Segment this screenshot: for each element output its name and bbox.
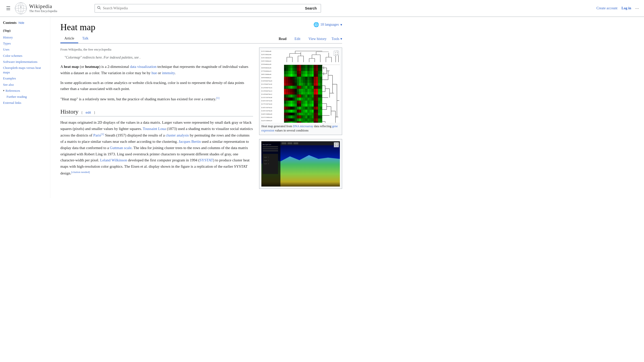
search-form: Search — [95, 4, 321, 13]
section-history-title: History — [60, 108, 78, 115]
wikipedia-subtitle: The Free Encyclopedia — [29, 9, 57, 13]
guttman-scale-link[interactable]: Guttman scale — [110, 146, 132, 150]
para2-pre: In some applications such as crime analy… — [60, 81, 212, 85]
intro-hue-link[interactable]: hue — [151, 71, 157, 75]
tab-talk[interactable]: Talk — [78, 34, 93, 43]
intro-mid2: ) is a 2-dimensional — [99, 65, 130, 69]
toc-hide-button[interactable]: hide — [19, 21, 24, 25]
search-input[interactable] — [103, 6, 298, 10]
intro-intensity-link[interactable]: intensity — [162, 71, 175, 75]
toc-item-choropleth[interactable]: Choropleth maps versus heat maps — [3, 65, 47, 75]
site-header: ☰ W Wikipedia The Free Encyclopedia Sear… — [0, 0, 644, 17]
heatmap-dendrogram-top — [284, 50, 340, 65]
intro-data-viz-link[interactable]: data visualization — [130, 65, 156, 69]
toc-item-references: ▾ References — [3, 88, 47, 94]
toc-title: Contents — [3, 21, 17, 25]
toc-item-further-reading[interactable]: Further reading — [3, 94, 47, 100]
more-options-button[interactable]: ··· — [635, 6, 639, 11]
heatmap-grid-wrap — [284, 65, 340, 123]
tabs-right: Read Edit View history Tools ▾ — [276, 34, 342, 43]
toc-link-examples[interactable]: Examples — [3, 76, 16, 81]
menu-toggle-button[interactable]: ☰ — [5, 4, 12, 12]
toc-item-examples[interactable]: Examples — [3, 75, 47, 81]
tools-dropdown-icon: ▾ — [340, 37, 342, 41]
toc-item-external-links[interactable]: External links — [3, 100, 47, 106]
intro-mid1: (or — [79, 65, 85, 69]
article-tabs: Article Talk Read Edit View history Tool… — [60, 34, 342, 43]
paris-link[interactable]: Paris — [93, 133, 101, 137]
article-right-sidebar: E1T15060s48 E2T15062s46 E3T15064s44 E4T1… — [259, 48, 342, 193]
search-button[interactable]: Search — [301, 4, 321, 13]
figure-2-expand-button[interactable]: ⛶ — [334, 142, 339, 147]
toc-item-see-also[interactable]: See also — [3, 82, 47, 88]
hist-mid2: Sneath (1957) displayed the results of a — [104, 133, 166, 137]
intro-or: or — [157, 71, 162, 75]
figure-1-caption-mid: data reflecting — [313, 124, 332, 128]
article-text: From Wikipedia, the free encyclopedia "C… — [60, 48, 253, 193]
para3-text: "Heat map" is a relatively new term, but… — [60, 97, 216, 101]
toc-collapse-icon[interactable]: ▾ — [3, 89, 5, 92]
leland-wilkinson-link[interactable]: Leland Wilkinson — [100, 158, 127, 162]
toc-item-software[interactable]: Software implementations — [3, 59, 47, 65]
svg-text:Navigation: Navigation — [263, 144, 271, 145]
svg-text:Layer 3: Layer 3 — [264, 163, 269, 164]
dna-microarray-link[interactable]: DNA microarray — [293, 124, 313, 128]
toc-item-types[interactable]: Types — [3, 40, 47, 47]
intro-period: . — [175, 71, 176, 75]
tools-label: Tools — [332, 37, 339, 41]
intro-paragraph-2: In some applications such as crime analy… — [60, 80, 253, 92]
systat-link[interactable]: SYSTAT — [199, 158, 213, 162]
toc-link-see-also[interactable]: See also — [3, 82, 14, 87]
para2-density: density — [212, 81, 223, 85]
ref-1[interactable]: [1] — [216, 96, 219, 99]
login-link[interactable]: Log in — [621, 6, 631, 10]
svg-point-6 — [98, 6, 100, 9]
toc-link-color-schemes[interactable]: Color schemes — [3, 54, 22, 58]
citation-needed[interactable]: [citation needed] — [71, 170, 90, 173]
jacques-bertin-link[interactable]: Jacques Bertin — [179, 140, 201, 144]
svg-rect-73 — [263, 146, 278, 147]
wikipedia-logo-link[interactable]: W Wikipedia The Free Encyclopedia — [15, 2, 57, 15]
create-account-link[interactable]: Create account — [596, 6, 618, 10]
cluster-analysis-link[interactable]: cluster analysis — [166, 133, 189, 137]
intro-pre: A — [60, 65, 64, 69]
content-area: Heat map 🌐 18 languages ▾ Article Talk R… — [50, 17, 352, 198]
language-count: 18 languages — [320, 23, 339, 27]
tab-read[interactable]: Read — [276, 35, 290, 43]
language-selector[interactable]: 🌐 18 languages ▾ — [313, 22, 342, 27]
tab-article[interactable]: Article — [60, 34, 78, 43]
tools-dropdown[interactable]: Tools ▾ — [332, 37, 342, 41]
toc-top-item[interactable]: (Top) — [3, 28, 47, 33]
toc-item-history[interactable]: History — [3, 34, 47, 40]
main-container: Contents hide (Top) History Types Uses C… — [0, 17, 644, 198]
toc-item-color-schemes[interactable]: Color schemes — [3, 53, 47, 59]
figure-heatmap-image: E1T15060s48 E2T15062s46 E3T15064s44 E4T1… — [261, 50, 340, 123]
history-paragraph-1: Heat maps originated in 2D displays of t… — [60, 119, 253, 176]
svg-rect-81 — [281, 142, 286, 144]
toc-link-types[interactable]: Types — [3, 41, 11, 46]
svg-text:Layer 1: Layer 1 — [264, 156, 269, 158]
toc-link-references[interactable]: References — [6, 88, 20, 93]
figure-1-caption-pre: Heat map generated from — [261, 124, 293, 128]
search-input-wrap — [95, 4, 301, 13]
svg-rect-83 — [294, 142, 298, 144]
toc-link-external-links[interactable]: External links — [3, 101, 21, 105]
figure-expand-button[interactable]: ⛶ — [334, 51, 339, 56]
header-left: ☰ W Wikipedia The Free Encyclopedia — [5, 2, 91, 15]
intro-paragraph-1: A heat map (or heatmap) is a 2-dimension… — [60, 64, 253, 76]
toussaint-loua-link[interactable]: Toussaint Loua — [143, 127, 166, 131]
toc-link-choropleth[interactable]: Choropleth maps versus heat maps — [3, 66, 47, 75]
toc-link-further-reading[interactable]: Further reading — [7, 95, 27, 99]
toc-item-uses[interactable]: Uses — [3, 47, 47, 53]
table-of-contents: Contents hide (Top) History Types Uses C… — [0, 17, 50, 198]
wikipedia-title: Wikipedia — [29, 4, 57, 9]
tab-edit[interactable]: Edit — [292, 35, 303, 43]
tab-view-history[interactable]: View history — [305, 35, 330, 43]
history-edit-link[interactable]: edit — [86, 111, 91, 114]
toc-link-software[interactable]: Software implementations — [3, 60, 37, 64]
svg-rect-75 — [263, 150, 278, 151]
toc-link-uses[interactable]: Uses — [3, 47, 9, 52]
ref-1b[interactable]: [1] — [101, 132, 104, 135]
toc-link-history[interactable]: History — [3, 35, 13, 40]
figure-2-image-wrap: Navigation Layer 1 Layer 2 Layer 3 — [261, 141, 340, 187]
